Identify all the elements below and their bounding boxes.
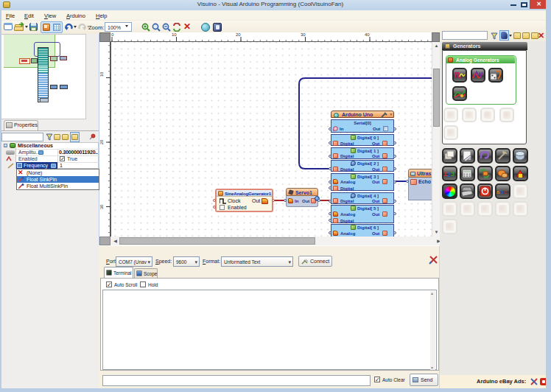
- svg-text:c: c: [504, 189, 508, 195]
- svg-text:3: 3: [451, 170, 455, 178]
